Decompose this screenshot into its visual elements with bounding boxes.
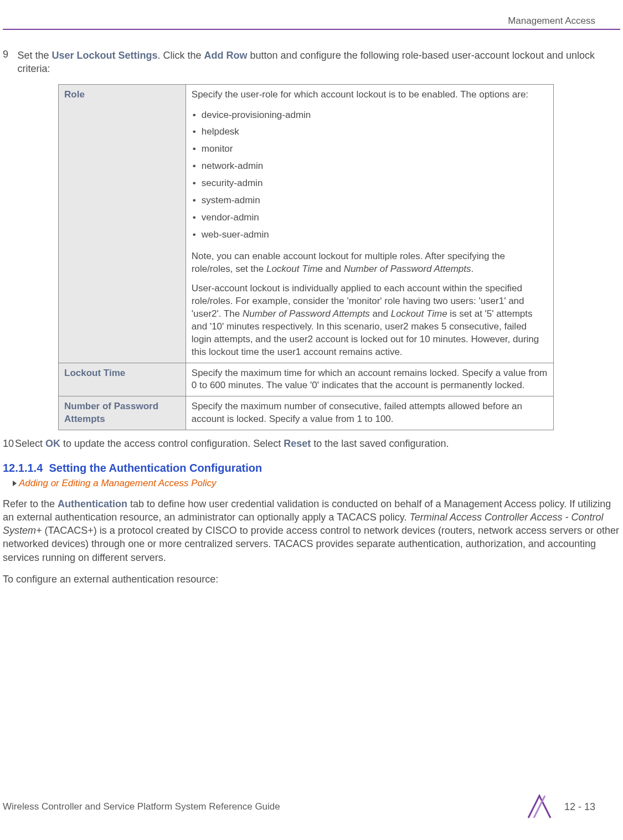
- para1-prefix: Refer to the: [3, 498, 58, 509]
- list-item: web-suer-admin: [192, 226, 548, 244]
- list-item: system-admin: [192, 192, 548, 209]
- step10-bold1: OK: [45, 438, 60, 449]
- step-10-number: 10: [3, 437, 15, 450]
- configure-intro: To configure an external authentication …: [3, 573, 620, 586]
- role-label-cell: Role: [59, 84, 186, 363]
- list-item: vendor-admin: [192, 209, 548, 226]
- para1-bold1: Authentication: [58, 498, 127, 509]
- note-italic1: Lockout Time: [266, 264, 323, 274]
- section-number: 12.1.1.4: [3, 462, 43, 474]
- step-10: 10Select OK to update the access control…: [3, 437, 620, 450]
- password-attempts-value: Specify the maximum number of consecutiv…: [186, 396, 553, 430]
- step10-bold2: Reset: [284, 438, 311, 449]
- auth-paragraph: Refer to the Authentication tab to defin…: [3, 497, 620, 564]
- logo-icon: [526, 793, 553, 821]
- example-mid1: and: [370, 308, 391, 319]
- section-heading: 12.1.1.4 Setting the Authentication Conf…: [3, 462, 620, 475]
- password-attempts-label: Number of Password Attempts: [59, 396, 186, 430]
- breadcrumb: Adding or Editing a Management Access Po…: [13, 478, 620, 489]
- footer-guide-title: Wireless Controller and Service Platform…: [3, 801, 280, 812]
- role-value-cell: Specify the user-role for which account …: [186, 84, 553, 363]
- note-suffix: .: [471, 264, 474, 274]
- role-options-list: device-provisioning-admin helpdesk monit…: [192, 107, 548, 244]
- list-item: device-provisioning-admin: [192, 107, 548, 124]
- step-9-text: Set the User Lockout Settings. Click the…: [17, 49, 618, 76]
- breadcrumb-text: Adding or Editing a Management Access Po…: [19, 478, 217, 488]
- arrow-right-icon: [13, 481, 17, 486]
- step9-prefix: Set the: [17, 50, 52, 61]
- step-9: 9 Set the User Lockout Settings. Click t…: [3, 49, 620, 76]
- step10-suffix: to the last saved configuration.: [311, 438, 449, 449]
- table-row: Lockout Time Specify the maximum time fo…: [59, 363, 554, 396]
- example-italic2: Lockout Time: [391, 308, 447, 319]
- section-title: Setting the Authentication Configuration: [49, 462, 262, 474]
- step10-mid: to update the access control configurati…: [60, 438, 284, 449]
- list-item: security-admin: [192, 175, 548, 192]
- header-section-title: Management Access: [508, 16, 595, 27]
- list-item: monitor: [192, 141, 548, 158]
- para1-suffix: (TACACS+) is a protocol created by CISCO…: [3, 525, 619, 563]
- table-row: Role Specify the user-role for which acc…: [59, 84, 554, 363]
- page-number: 12 - 13: [564, 801, 595, 813]
- role-intro: Specify the user-role for which account …: [192, 89, 548, 101]
- lockout-settings-table: Role Specify the user-role for which acc…: [58, 84, 554, 431]
- step-9-number: 9: [3, 49, 15, 60]
- role-example: User-account lockout is individually app…: [192, 282, 548, 359]
- list-item: helpdesk: [192, 123, 548, 141]
- step9-bold1: User Lockout Settings: [52, 50, 158, 61]
- note-italic2: Number of Password Attempts: [344, 264, 471, 274]
- step9-mid: . Click the: [158, 50, 204, 61]
- list-item: network-admin: [192, 158, 548, 175]
- page-content: 9 Set the User Lockout Settings. Click t…: [3, 49, 620, 586]
- note-mid: and: [323, 264, 344, 274]
- example-italic1: Number of Password Attempts: [243, 308, 370, 319]
- page-footer: Wireless Controller and Service Platform…: [3, 793, 595, 821]
- step10-prefix: Select: [15, 438, 45, 449]
- lockout-time-label: Lockout Time: [59, 363, 186, 396]
- lockout-time-value: Specify the maximum time for which an ac…: [186, 363, 553, 396]
- header-divider: [3, 29, 620, 30]
- table-row: Number of Password Attempts Specify the …: [59, 396, 554, 430]
- footer-right: 12 - 13: [526, 793, 595, 821]
- role-note: Note, you can enable account lockout for…: [192, 250, 548, 276]
- step9-bold2: Add Row: [204, 50, 248, 61]
